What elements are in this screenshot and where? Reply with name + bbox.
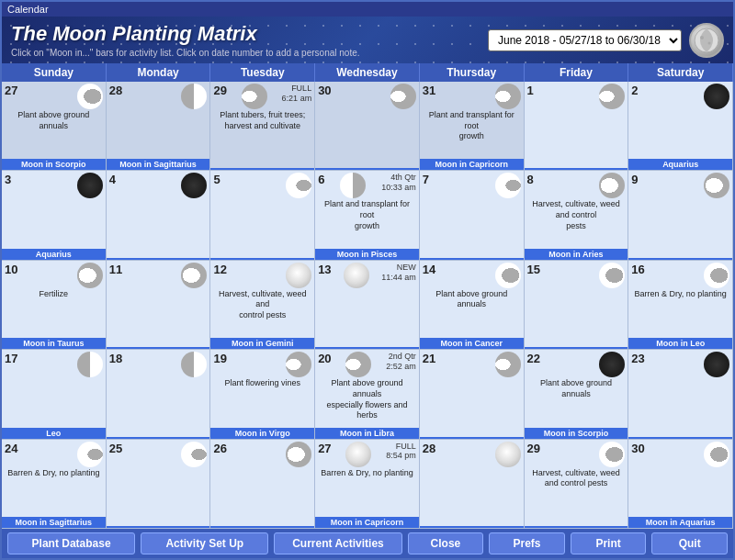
date-num[interactable]: 2 xyxy=(631,84,638,97)
date-num[interactable]: 25 xyxy=(109,442,122,455)
date-num[interactable]: 23 xyxy=(631,352,644,365)
date-num[interactable]: 14 xyxy=(423,263,435,276)
plant-database-button[interactable]: Plant Database xyxy=(7,532,135,554)
moon-sign-bar[interactable]: Aquarius xyxy=(628,159,732,170)
date-num[interactable]: 1 xyxy=(527,84,534,97)
quit-button[interactable]: Quit xyxy=(651,532,728,554)
moon-sign-bar[interactable]: Moon in Aquarius xyxy=(628,517,732,528)
moon-phase-icon xyxy=(704,263,729,288)
date-num[interactable]: 21 xyxy=(423,352,435,365)
moon-sign-bar[interactable]: Moon in Scorpio xyxy=(2,159,106,170)
moon-sign-bar[interactable] xyxy=(315,168,419,170)
moon-sign-bar[interactable] xyxy=(525,168,628,170)
moon-sign-bar[interactable] xyxy=(628,437,732,439)
date-num[interactable]: 31 xyxy=(423,84,435,97)
moon-sign-bar[interactable] xyxy=(210,258,314,260)
date-num[interactable]: 7 xyxy=(423,173,429,186)
moon-sign-bar[interactable]: Moon in Leo xyxy=(628,338,732,349)
moon-sign-bar[interactable]: Moon in Sagittarius xyxy=(107,159,210,170)
date-num[interactable]: 27 xyxy=(318,442,331,455)
date-num[interactable]: 8 xyxy=(527,173,534,186)
moon-sign-bar[interactable] xyxy=(628,258,732,260)
moon-sign-bar[interactable] xyxy=(107,347,210,349)
date-num[interactable]: 30 xyxy=(318,84,331,97)
cell-jun10: 10 Fertilize Moon in Taurus xyxy=(2,261,107,349)
date-num[interactable]: 28 xyxy=(109,84,122,97)
moon-sign-bar[interactable]: Leo xyxy=(2,428,106,439)
date-num[interactable]: 9 xyxy=(631,173,638,186)
moon-sign-bar[interactable] xyxy=(420,258,524,260)
date-num[interactable]: 20 xyxy=(318,352,331,365)
moon-sign-bar[interactable] xyxy=(525,526,628,528)
date-num[interactable]: 18 xyxy=(109,352,122,365)
prefs-button[interactable]: Prefs xyxy=(489,532,565,554)
moon-sign-bar[interactable]: Moon in Cancer xyxy=(420,338,524,349)
cell-jun27: 27FULL8:54 pm Barren & Dry, no planting … xyxy=(315,440,420,528)
moon-sign-bar[interactable] xyxy=(107,437,210,439)
moon-sign-bar[interactable] xyxy=(210,168,314,170)
date-num[interactable]: 16 xyxy=(631,263,644,276)
activity-setup-button[interactable]: Activity Set Up xyxy=(141,532,268,554)
date-num[interactable]: 13 xyxy=(318,263,331,276)
moon-sign-bar[interactable]: Moon in Sagittarius xyxy=(2,517,106,528)
cell-activity: Barren & Dry, no planting xyxy=(2,467,106,517)
cell-activity xyxy=(107,109,210,159)
moon-sign-bar[interactable]: Aquarius xyxy=(2,249,106,260)
date-num[interactable]: 19 xyxy=(213,352,226,365)
title-bar: Calendar xyxy=(2,2,733,17)
current-activities-button[interactable]: Current Activities xyxy=(274,532,401,554)
moon-sign-bar[interactable] xyxy=(525,347,628,349)
date-num[interactable]: 24 xyxy=(5,442,17,455)
date-num[interactable]: 22 xyxy=(527,352,540,365)
moon-sign-bar[interactable]: Moon in Scorpio xyxy=(525,428,628,439)
moon-sign-bar[interactable]: Moon in Virgo xyxy=(210,428,314,439)
cell-activity: Harvest, cultivate, weed andcontrol pest… xyxy=(210,288,314,338)
moon-sign-bar[interactable] xyxy=(420,437,524,439)
date-num[interactable]: 29 xyxy=(527,442,540,455)
date-num[interactable]: 28 xyxy=(423,442,435,455)
month-select[interactable]: June 2018 - 05/27/18 to 06/30/18 xyxy=(488,29,682,51)
moon-sign-bar[interactable] xyxy=(107,258,210,260)
moon-phase-icon xyxy=(77,84,103,109)
phase-text: 2nd Qtr2:52 am xyxy=(386,352,416,372)
cell-activity xyxy=(628,467,732,517)
date-num[interactable]: 10 xyxy=(5,263,17,276)
moon-phase-icon xyxy=(77,352,103,377)
day-headers: Sunday Monday Tuesday Wednesday Thursday… xyxy=(2,63,733,82)
title-bar-label: Calendar xyxy=(7,4,49,15)
moon-sign-bar[interactable] xyxy=(420,526,524,528)
moon-sign-bar[interactable]: Moon in Capricorn xyxy=(315,517,419,528)
moon-sign-bar[interactable]: Moon in Aries xyxy=(525,249,628,260)
day-header-mon: Monday xyxy=(107,63,211,82)
moon-sign-bar[interactable] xyxy=(315,347,419,349)
cell-jun17: 17 Leo xyxy=(2,350,107,438)
phase-text: FULL6:21 am xyxy=(282,84,312,104)
moon-sign-bar[interactable]: Moon in Gemini xyxy=(210,338,314,349)
moon-sign-bar[interactable]: Moon in Taurus xyxy=(2,338,106,349)
date-num[interactable]: 17 xyxy=(5,352,17,365)
date-num[interactable]: 3 xyxy=(5,173,11,186)
calendar: Sunday Monday Tuesday Wednesday Thursday… xyxy=(2,63,733,529)
date-num[interactable]: 6 xyxy=(318,173,324,186)
date-num[interactable]: 12 xyxy=(213,263,226,276)
date-num[interactable]: 5 xyxy=(213,173,220,186)
moon-sign-bar[interactable]: Moon in Pisces xyxy=(315,249,419,260)
moon-sign-bar[interactable]: Moon in Capricorn xyxy=(420,159,524,170)
cell-jun2: 2 Aquarius xyxy=(628,82,733,170)
moon-sign-bar[interactable]: Moon in Libra xyxy=(315,428,419,439)
moon-sign-bar[interactable] xyxy=(107,526,210,528)
date-num[interactable]: 26 xyxy=(213,442,226,455)
print-button[interactable]: Print xyxy=(571,532,647,554)
close-button[interactable]: Close xyxy=(408,532,484,554)
cell-activity xyxy=(420,467,524,526)
moon-sign-bar[interactable] xyxy=(210,526,314,528)
cell-activity: Plant and transplant for rootgrowth xyxy=(315,198,419,248)
date-num[interactable]: 11 xyxy=(109,263,122,276)
svg-point-1 xyxy=(700,36,704,39)
date-num[interactable]: 15 xyxy=(527,263,540,276)
date-num[interactable]: 4 xyxy=(109,173,116,186)
date-num[interactable]: 27 xyxy=(5,84,17,97)
date-num[interactable]: 30 xyxy=(631,442,644,455)
cell-jun9: 9 xyxy=(628,171,733,259)
date-num[interactable]: 29 xyxy=(213,84,226,97)
